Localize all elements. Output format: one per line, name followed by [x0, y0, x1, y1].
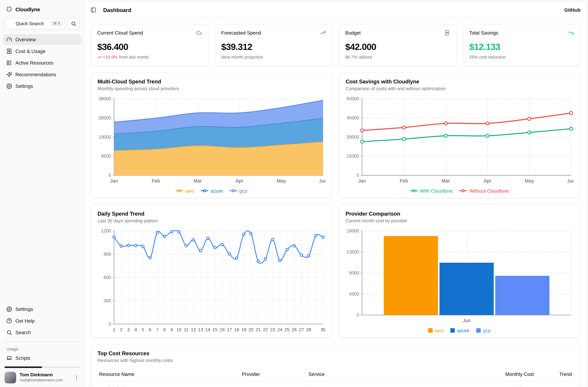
legend-item[interactable]: With Cloudlyne [410, 188, 453, 193]
charts-row-2: Daily Spend Trend Last 30 days spending … [90, 204, 580, 338]
svg-text:0: 0 [108, 321, 111, 327]
panel-left-icon[interactable] [90, 7, 96, 13]
sidebar-item-label: Settings [15, 306, 33, 312]
column-header: Service [307, 368, 478, 381]
svg-text:8: 8 [163, 327, 166, 332]
stat-subtext: 25% cost reduction [469, 55, 574, 59]
svg-text:15000: 15000 [347, 154, 359, 159]
stat-card-3: Total Savings$12.13325% cost reduction [462, 24, 581, 66]
stat-subtext: 86.7% utilized [345, 55, 450, 59]
gauge-icon [6, 37, 12, 42]
legend-item[interactable]: gcp [476, 328, 491, 333]
sidebar-item-settings-footer[interactable]: Settings [3, 304, 81, 315]
stat-value: $12.133 [469, 42, 574, 52]
dashboard-content: Current Cloud Spend$36.400+10.0%from las… [84, 18, 587, 387]
svg-text:Feb: Feb [400, 178, 408, 183]
daily-spend-chart: 0300600900120012345678910111213141516171… [98, 228, 325, 334]
sidebar-spacer [3, 92, 81, 304]
legend-item[interactable]: aws [428, 328, 444, 333]
cloud-icon [196, 30, 202, 36]
user-row: Tom Diekmann mail@tomdiekmann.com [3, 369, 81, 383]
top-cost-resources-card: Top Cost Resources Resources with highes… [90, 344, 580, 387]
svg-text:12: 12 [191, 327, 196, 332]
trending-down-icon [568, 30, 574, 36]
sidebar-item-label: Overview [15, 37, 36, 42]
svg-text:Mar: Mar [193, 178, 202, 183]
sidebar-item-recommendations[interactable]: Recommendations [3, 69, 81, 80]
svg-text:9500: 9500 [101, 154, 111, 159]
sidebar-item-search[interactable]: Search [3, 327, 81, 338]
svg-text:0: 0 [357, 173, 359, 178]
scripts-label: Scripts [15, 355, 30, 361]
chart-subtitle: Comparison of costs with and without opt… [346, 86, 573, 91]
layout-list-icon [6, 60, 12, 66]
column-header: Resource Name [98, 368, 240, 381]
legend-item[interactable]: Without Cloudlyne [460, 188, 509, 193]
stat-title: Current Cloud Spend [97, 30, 143, 36]
svg-text:9: 9 [170, 327, 173, 332]
service-cell: EKS [307, 381, 478, 387]
stat-title: Total Savings [469, 30, 498, 36]
svg-text:Mar: Mar [441, 178, 450, 183]
svg-text:14: 14 [205, 327, 210, 332]
svg-text:17: 17 [227, 327, 232, 332]
sidebar-item-scripts[interactable]: Scripts [3, 353, 81, 364]
search-button[interactable] [68, 18, 80, 30]
svg-text:Jan: Jan [110, 178, 118, 183]
legend-item[interactable]: gcp [230, 188, 247, 193]
svg-text:28500: 28500 [99, 115, 111, 120]
svg-text:18000: 18000 [347, 228, 359, 233]
svg-text:Jun: Jun [567, 178, 573, 183]
chart-title: Daily Spend Trend [98, 211, 325, 217]
sidebar-item-settings[interactable]: Settings [3, 81, 81, 92]
user-name: Tom Diekmann [20, 372, 70, 378]
provider-comparison-chart-card: Provider Comparison Current month cost b… [338, 204, 581, 338]
chart-legend: awsazuregcp [98, 187, 325, 195]
legend-item[interactable]: azure [201, 188, 223, 193]
app-root: Cloudlyne Quick Search ⌘ K OverviewCost … [0, 0, 588, 387]
chart-title: Multi-Cloud Spend Trend [98, 78, 325, 85]
svg-text:24: 24 [277, 327, 282, 332]
svg-text:23: 23 [270, 327, 275, 332]
trend-cell: 12% [535, 381, 573, 387]
laptop-icon [6, 355, 12, 361]
more-vertical-icon[interactable] [74, 375, 80, 381]
chart-subtitle: Monthly spending across cloud providers [98, 86, 325, 91]
quick-search-input[interactable]: Quick Search ⌘ K [4, 18, 65, 29]
sidebar-item-overview[interactable]: Overview [3, 34, 81, 45]
topbar-divider [100, 7, 100, 13]
svg-text:25: 25 [285, 327, 290, 332]
user-email: mail@tomdiekmann.com [20, 378, 70, 383]
stat-value: $39.312 [221, 42, 326, 52]
svg-text:6: 6 [149, 327, 151, 332]
usage-progress [4, 366, 80, 368]
github-link[interactable]: GitHub [564, 7, 581, 13]
sidebar-item-cost-usage[interactable]: Cost & Usage [3, 46, 81, 57]
stat-subtext: Next month projection [221, 55, 326, 59]
page-title: Dashboard [103, 7, 131, 13]
svg-text:10: 10 [176, 327, 181, 332]
legend-item[interactable]: azure [450, 328, 469, 333]
brand: Cloudlyne [3, 4, 81, 18]
sidebar-item-get-help[interactable]: Get Help [3, 316, 81, 326]
main-panel: Dashboard GitHub Current Cloud Spend$36.… [84, 2, 587, 387]
table-title: Top Cost Resources [98, 350, 573, 356]
svg-text:27: 27 [299, 327, 304, 332]
multi-cloud-chart: 09500190002850038000JanFebMarAprMayJunaw… [98, 96, 325, 194]
svg-text:16: 16 [220, 327, 225, 332]
table-row: prod-api-clusterAWSEKS$3.24012% [98, 381, 573, 387]
svg-text:19000: 19000 [99, 135, 111, 140]
svg-text:13: 13 [198, 327, 203, 332]
legend-item[interactable]: aws [176, 188, 194, 193]
chart-legend: With CloudlyneWithout Cloudlyne [346, 187, 573, 195]
sidebar: Cloudlyne Quick Search ⌘ K OverviewCost … [0, 0, 84, 387]
sidebar-item-active-resources[interactable]: Active Resources [3, 58, 81, 68]
svg-text:Jan: Jan [358, 178, 366, 183]
svg-text:15: 15 [212, 327, 217, 332]
chart-title: Cost Savings with Cloudlyne [346, 78, 573, 85]
svg-text:3: 3 [127, 327, 130, 332]
stat-card-0: Current Cloud Spend$36.400+10.0%from las… [90, 24, 209, 66]
sidebar-divider [4, 342, 80, 342]
gear-icon [6, 83, 12, 89]
provider-comparison-chart: 0450090001350018000Junawsazuregcp [346, 228, 573, 334]
